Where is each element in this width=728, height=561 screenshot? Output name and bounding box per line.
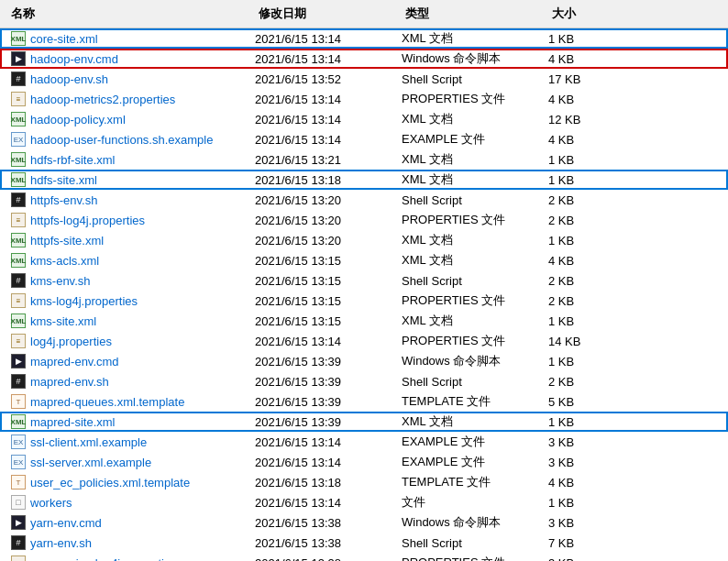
table-row[interactable]: XMLhdfs-rbf-site.xml2021/6/15 13:21XML 文… — [0, 149, 728, 170]
file-date: 2021/6/15 13:18 — [255, 173, 402, 187]
table-row[interactable]: XMLhdfs-site.xml2021/6/15 13:18XML 文档1 K… — [0, 170, 728, 190]
file-name-cell: □workers — [7, 495, 255, 510]
file-name: hadoop-metrics2.properties — [30, 93, 175, 106]
file-date: 2021/6/15 13:15 — [255, 314, 402, 328]
properties-icon: ≡ — [11, 92, 26, 106]
file-type: XML 文档 — [402, 151, 548, 168]
file-name: yarn-env.sh — [30, 536, 92, 550]
file-type: XML 文档 — [402, 252, 548, 269]
file-name: kms-env.sh — [30, 274, 91, 288]
header-size[interactable]: 大小 — [548, 4, 622, 24]
file-date: 2021/6/15 13:14 — [255, 496, 402, 510]
table-row[interactable]: Tuser_ec_policies.xml.template2021/6/15 … — [0, 472, 728, 492]
file-name: httpfs-env.sh — [30, 193, 97, 207]
table-row[interactable]: XMLhadoop-policy.xml2021/6/15 13:14XML 文… — [0, 109, 728, 129]
table-row[interactable]: ▶yarn-env.cmd2021/6/15 13:38Windows 命令脚本… — [0, 512, 728, 533]
table-row[interactable]: XMLkms-site.xml2021/6/15 13:15XML 文档1 KB — [0, 311, 728, 331]
file-type: PROPERTIES 文件 — [402, 333, 548, 349]
properties-icon: ≡ — [11, 293, 26, 308]
file-name-cell: XMLhdfs-site.xml — [7, 172, 255, 187]
table-row[interactable]: ≡yarnservice-log4j.properties2021/6/15 1… — [0, 553, 728, 561]
file-name: httpfs-log4j.properties — [30, 214, 145, 227]
file-name-cell: XMLkms-acls.xml — [7, 253, 255, 268]
file-type: XML 文档 — [402, 413, 548, 430]
table-row[interactable]: ▶mapred-env.cmd2021/6/15 13:39Windows 命令… — [0, 351, 728, 371]
table-row[interactable]: Tmapred-queues.xml.template2021/6/15 13:… — [0, 391, 728, 412]
header-type[interactable]: 类型 — [402, 4, 548, 24]
table-row[interactable]: □workers2021/6/15 13:14文件1 KB — [0, 492, 728, 512]
file-type: Windows 命令脚本 — [402, 353, 548, 369]
file-type: Shell Script — [402, 193, 548, 207]
file-size: 1 KB — [548, 32, 622, 46]
file-name: ssl-client.xml.example — [30, 435, 147, 449]
file-type: XML 文档 — [402, 232, 548, 248]
file-size: 3 KB — [548, 435, 622, 449]
table-row[interactable]: ≡httpfs-log4j.properties2021/6/15 13:20P… — [0, 210, 728, 230]
file-name: hadoop-env.sh — [30, 72, 108, 86]
table-row[interactable]: EXssl-server.xml.example2021/6/15 13:14E… — [0, 452, 728, 472]
file-type: XML 文档 — [402, 313, 548, 329]
file-name-cell: ≡kms-log4j.properties — [7, 293, 255, 308]
file-name-cell: EXhadoop-user-functions.sh.example — [7, 132, 255, 147]
table-row[interactable]: XMLcore-site.xml2021/6/15 13:14XML 文档1 K… — [0, 28, 728, 49]
file-date: 2021/6/15 13:14 — [255, 93, 402, 106]
file-name: mapred-env.sh — [30, 375, 109, 389]
template-icon: T — [11, 394, 26, 409]
table-row[interactable]: #mapred-env.sh2021/6/15 13:39Shell Scrip… — [0, 371, 728, 391]
table-row[interactable]: #httpfs-env.sh2021/6/15 13:20Shell Scrip… — [0, 190, 728, 210]
xml-icon: XML — [11, 31, 26, 46]
file-name-cell: #kms-env.sh — [7, 273, 255, 288]
cmd-icon: ▶ — [11, 51, 26, 66]
file-name-cell: XMLkms-site.xml — [7, 314, 255, 328]
file-name: hadoop-env.cmd — [30, 52, 118, 66]
table-row[interactable]: ▶hadoop-env.cmd2021/6/15 13:14Windows 命令… — [0, 49, 728, 69]
table-row[interactable]: EXhadoop-user-functions.sh.example2021/6… — [0, 129, 728, 149]
file-name: mapred-env.cmd — [30, 355, 119, 368]
file-size: 2 KB — [548, 294, 622, 308]
cmd-icon: ▶ — [11, 354, 26, 368]
xml-icon: XML — [11, 112, 26, 126]
file-name-cell: #httpfs-env.sh — [7, 192, 255, 207]
file-type: XML 文档 — [402, 171, 548, 188]
table-row[interactable]: XMLhttpfs-site.xml2021/6/15 13:20XML 文档1… — [0, 230, 728, 250]
sh-icon: # — [11, 535, 26, 550]
file-size: 3 KB — [548, 556, 622, 562]
file-date: 2021/6/15 13:20 — [255, 234, 402, 248]
table-row[interactable]: ≡kms-log4j.properties2021/6/15 13:15PROP… — [0, 291, 728, 311]
file-name-cell: Tmapred-queues.xml.template — [7, 394, 255, 409]
example-icon: EX — [11, 132, 26, 147]
file-date: 2021/6/15 13:14 — [255, 52, 402, 66]
file-icon: □ — [11, 495, 26, 510]
table-row[interactable]: EXssl-client.xml.example2021/6/15 13:14E… — [0, 432, 728, 452]
file-name: log4j.properties — [30, 335, 112, 348]
table-row[interactable]: ≡hadoop-metrics2.properties2021/6/15 13:… — [0, 89, 728, 109]
table-row[interactable]: XMLmapred-site.xml2021/6/15 13:39XML 文档1… — [0, 412, 728, 432]
table-row[interactable]: #kms-env.sh2021/6/15 13:15Shell Script2 … — [0, 270, 728, 291]
file-type: Shell Script — [402, 375, 548, 389]
table-row[interactable]: #yarn-env.sh2021/6/15 13:38Shell Script7… — [0, 533, 728, 553]
file-date: 2021/6/15 13:14 — [255, 133, 402, 147]
header-date[interactable]: 修改日期 — [255, 4, 402, 24]
header-name[interactable]: 名称 — [7, 4, 255, 24]
file-date: 2021/6/15 13:15 — [255, 274, 402, 288]
file-date: 2021/6/15 13:38 — [255, 516, 402, 530]
file-name: kms-log4j.properties — [30, 294, 138, 308]
file-type: TEMPLATE 文件 — [402, 393, 548, 410]
file-size: 7 KB — [548, 536, 622, 550]
file-list[interactable]: XMLcore-site.xml2021/6/15 13:14XML 文档1 K… — [0, 28, 728, 561]
file-name: mapred-queues.xml.template — [30, 395, 184, 409]
file-type: 文件 — [402, 494, 548, 511]
file-name-cell: #hadoop-env.sh — [7, 72, 255, 86]
file-size: 4 KB — [548, 133, 622, 147]
file-date: 2021/6/15 13:14 — [255, 113, 402, 126]
table-row[interactable]: XMLkms-acls.xml2021/6/15 13:15XML 文档4 KB — [0, 250, 728, 270]
file-name: core-site.xml — [30, 32, 98, 46]
file-type: Shell Script — [402, 274, 548, 288]
table-row[interactable]: #hadoop-env.sh2021/6/15 13:52Shell Scrip… — [0, 69, 728, 89]
file-type: XML 文档 — [402, 111, 548, 127]
file-type: Shell Script — [402, 72, 548, 86]
file-date: 2021/6/15 13:15 — [255, 294, 402, 308]
file-name-cell: XMLhttpfs-site.xml — [7, 233, 255, 248]
xml-icon: XML — [11, 152, 26, 167]
table-row[interactable]: ≡log4j.properties2021/6/15 13:14PROPERTI… — [0, 331, 728, 351]
